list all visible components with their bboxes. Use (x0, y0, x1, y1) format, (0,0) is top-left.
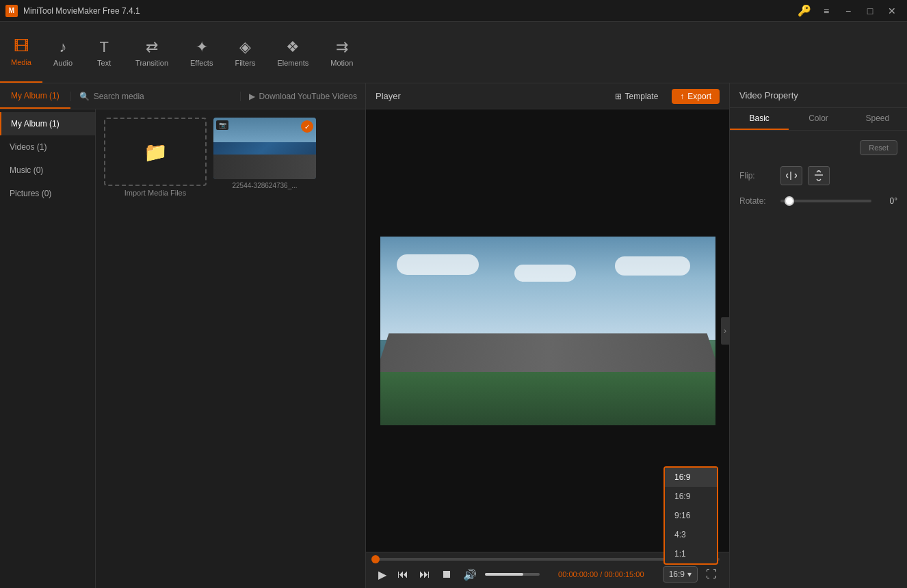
toolbar-filters[interactable]: ◈ Filters (224, 22, 266, 83)
cloud-3 (615, 256, 690, 276)
aspect-option-9-16[interactable]: 9:16 (665, 506, 717, 525)
sidebar-music-label: Music (0) (10, 165, 43, 175)
left-panel: My Album (1) 🔍 Search media ▶ Download Y… (0, 83, 366, 588)
toolbar-transition[interactable]: ⇄ Transition (124, 22, 179, 83)
import-box[interactable]: 📁 (104, 118, 207, 186)
aspect-option-16-9[interactable]: 16:9 (665, 468, 717, 487)
rotate-label: Rotate: (739, 196, 780, 206)
progress-handle[interactable] (371, 555, 380, 563)
main-area: My Album (1) 🔍 Search media ▶ Download Y… (0, 83, 907, 588)
cloud-2 (514, 265, 576, 282)
sidebar-item-videos[interactable]: Videos (1) (0, 135, 95, 159)
volume-slider[interactable] (485, 573, 540, 576)
property-tabs: Basic Color Speed (730, 108, 907, 131)
right-panel: Video Property Basic Color Speed Reset F… (729, 83, 907, 588)
property-content: Reset Flip: (730, 131, 907, 588)
reset-button[interactable]: Reset (860, 140, 897, 155)
rotate-slider[interactable] (780, 200, 871, 202)
fullscreen-button[interactable]: ⛶ (703, 567, 720, 582)
volume-button[interactable]: 🔊 (460, 567, 479, 583)
thumb-sky (213, 118, 316, 142)
filters-icon: ◈ (239, 38, 251, 56)
flip-h-icon (786, 170, 797, 181)
aspect-option-4-3[interactable]: 4:3 (665, 525, 717, 544)
toolbar-effects-label: Effects (190, 59, 213, 67)
video-media-item[interactable]: 📷 ✓ 22544-328624736_... (213, 118, 316, 197)
center-panel: Player ⊞ Template ↑ Export › (366, 83, 729, 588)
media-icon: 🎞 (14, 38, 29, 55)
media-grid: 📁 Import Media Files 📷 ✓ 22544-328624736… (96, 109, 365, 588)
video-name: 22544-328624736_... (232, 182, 297, 189)
export-button[interactable]: ↑ Export (672, 89, 720, 104)
reset-row: Reset (739, 140, 897, 155)
toolbar: 🎞 Media ♪ Audio T Text ⇄ Transition ✦ Ef… (0, 22, 907, 83)
close-button[interactable]: ✕ (882, 1, 902, 21)
toolbar-elements[interactable]: ❖ Elements (266, 22, 319, 83)
my-album-tab[interactable]: My Album (1) (0, 83, 70, 109)
transition-icon: ⇄ (146, 38, 158, 56)
export-icon: ↑ (680, 92, 684, 101)
text-icon: T (99, 38, 108, 56)
aspect-option-1-1[interactable]: 1:1 (665, 544, 717, 563)
check-icon: ✓ (301, 120, 313, 133)
template-button[interactable]: ⊞ Template (608, 89, 666, 104)
toolbar-text-label: Text (97, 59, 111, 67)
search-icon: 🔍 (79, 92, 90, 101)
effects-icon: ✦ (196, 38, 208, 56)
toolbar-text[interactable]: T Text (83, 22, 124, 83)
next-frame-button[interactable]: ⏭ (417, 567, 433, 582)
download-youtube-button[interactable]: ▶ Download YouTube Videos (240, 92, 365, 101)
folder-icon: 📁 (144, 141, 168, 163)
rotate-handle[interactable] (785, 196, 794, 206)
sidebar-item-pictures[interactable]: Pictures (0) (0, 182, 95, 205)
prop-tab-basic[interactable]: Basic (730, 108, 789, 130)
video-thumbnail: 📷 ✓ (213, 118, 316, 179)
maximize-button[interactable]: □ (860, 1, 880, 21)
aspect-dropdown-icon: ▾ (687, 570, 692, 579)
aspect-ratio-container: 16:9 16:9 9:16 4:3 1:1 16:9 ▾ (663, 566, 698, 583)
sidebar-item-music[interactable]: Music (0) (0, 159, 95, 182)
aspect-dropdown: 16:9 16:9 9:16 4:3 1:1 (663, 466, 718, 565)
toolbar-motion[interactable]: ⇉ Motion (319, 22, 364, 83)
prop-tab-speed[interactable]: Speed (848, 108, 907, 130)
video-property-title: Video Property (730, 83, 907, 108)
rotate-value: 0° (877, 196, 897, 206)
current-time: 00:00:00:00 (558, 570, 598, 578)
collapse-panel-button[interactable]: › (721, 317, 729, 345)
toolbar-effects[interactable]: ✦ Effects (179, 22, 224, 83)
import-media-item[interactable]: 📁 Import Media Files (104, 118, 207, 197)
stop-button[interactable]: ⏹ (438, 567, 455, 582)
app-icon: M (5, 5, 18, 17)
toolbar-filters-label: Filters (235, 59, 255, 67)
total-time: 00:00:15:00 (604, 570, 644, 578)
toolbar-audio[interactable]: ♪ Audio (42, 22, 83, 83)
content-area: My Album (1) Videos (1) Music (0) Pictur… (0, 109, 365, 588)
flip-vertical-button[interactable] (808, 166, 830, 185)
flip-horizontal-button[interactable] (780, 166, 802, 185)
toolbar-media[interactable]: 🎞 Media (0, 22, 42, 83)
aspect-option-16-9-b[interactable]: 16:9 (665, 487, 717, 506)
key-button[interactable]: 🔑 (795, 1, 814, 21)
prev-frame-button[interactable]: ⏮ (395, 567, 411, 582)
title-bar: M MiniTool MovieMaker Free 7.4.1 🔑 ≡ − □… (0, 0, 907, 22)
prop-tab-color[interactable]: Color (789, 108, 847, 130)
prop-tab-speed-label: Speed (865, 113, 889, 123)
play-button[interactable]: ▶ (376, 567, 389, 583)
player-title: Player (376, 91, 401, 101)
menu-button[interactable]: ≡ (817, 1, 836, 21)
search-media-button[interactable]: 🔍 Search media (70, 92, 240, 101)
sidebar-myalbum-label: My Album (1) (11, 119, 60, 129)
left-sidebar: My Album (1) Videos (1) Music (0) Pictur… (0, 109, 96, 588)
sidebar-videos-label: Videos (1) (10, 142, 47, 152)
sidebar-item-myalbum[interactable]: My Album (1) (0, 112, 95, 135)
video-frame (380, 237, 715, 425)
minimize-button[interactable]: − (839, 1, 858, 21)
toolbar-transition-label: Transition (135, 59, 168, 67)
template-icon: ⊞ (615, 92, 622, 101)
rotate-row: Rotate: 0° (739, 196, 897, 206)
template-label: Template (625, 92, 659, 101)
aspect-ratio-button[interactable]: 16:9 ▾ (663, 566, 698, 583)
toolbar-elements-label: Elements (277, 59, 308, 67)
toolbar-audio-label: Audio (53, 59, 73, 67)
search-media-label: Search media (94, 92, 144, 101)
